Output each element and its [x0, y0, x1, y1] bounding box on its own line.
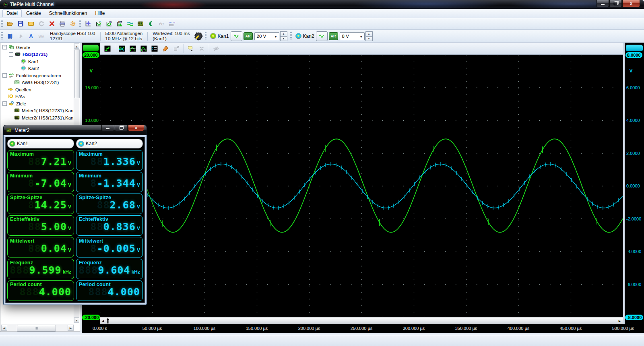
trace-kan2[interactable] [100, 164, 623, 208]
spectrum-view-icon[interactable] [125, 19, 135, 29]
channel-label: Kan2 [86, 141, 97, 146]
time-axis: 0.000 s50.000 µs100.000 µs150.000 µs200.… [82, 324, 644, 333]
open-icon[interactable] [5, 19, 15, 29]
meter-channel-tab-kan1[interactable]: Kan1 [7, 139, 74, 148]
print-icon[interactable] [58, 19, 67, 29]
meter-view-icon[interactable]: 123 [136, 19, 145, 29]
toolbar-grip[interactable] [1, 20, 3, 28]
range-select[interactable]: 8 V▼ [340, 32, 365, 40]
toolbar-grip[interactable] [290, 32, 292, 40]
meter-body: Kan1Kan2 Maximum887.21VMaximum881.336VMi… [3, 135, 147, 305]
scroll-down-icon[interactable]: ▼ [74, 317, 79, 323]
yt-view-icon[interactable]: Yt [94, 19, 103, 29]
scroll-up-icon[interactable]: ▲ [74, 43, 79, 49]
range-select[interactable]: 20 V▼ [254, 32, 279, 40]
axis-max-badge[interactable]: 8.0000 [625, 52, 642, 58]
toolbar-grip[interactable] [1, 32, 3, 40]
scrollbar-thumb[interactable] [74, 49, 80, 98]
tree-item-funktionsgeneratoren[interactable]: −genFunktionsgeneratoren [1, 72, 74, 79]
tree-item-e-as[interactable]: E/As [1, 93, 74, 101]
meter-cell-kan1-mittelwert: Mittelwert880.04V [7, 237, 74, 257]
add-graph-icon[interactable] [83, 19, 93, 29]
expand-collapse-icon[interactable]: − [2, 73, 7, 78]
xy-view-icon[interactable]: XY [104, 19, 114, 29]
channel-group-kan2: Kan2AR8 V▼▲▼ [294, 31, 374, 41]
meter-maximize-button[interactable] [115, 125, 128, 131]
tree-item-meter2-hs3-12731-kan[interactable]: 123Meter2( HS3(12731).Kan [1, 114, 74, 122]
trigger-knob-icon[interactable] [194, 31, 203, 41]
menu-item-hilfe[interactable]: Hilfe [91, 10, 108, 17]
range-up-button[interactable]: ▲ [365, 31, 373, 36]
range-down-button[interactable]: ▼ [280, 36, 287, 41]
tree-item-awg-hs3-12731[interactable]: AWG HS3(12731) [1, 79, 74, 86]
envelope-zero-icon[interactable]: 0 [138, 43, 149, 54]
time-scrollbar[interactable]: ◄ ► [100, 317, 623, 324]
tree-item-ger-te[interactable]: −Geräte [1, 44, 74, 51]
tree-item-kan2[interactable]: Kan2 [1, 65, 74, 72]
tree-item-meter1-hs3-12731-kan[interactable]: 123Meter1( HS3(12731).Kan [1, 107, 74, 115]
envelope-icon[interactable] [128, 43, 138, 54]
scroll-left-icon[interactable]: ◄ [101, 319, 105, 323]
meter-channel-tab-kan2[interactable]: Kan2 [76, 139, 143, 148]
trigger-marker-icon[interactable] [105, 317, 110, 324]
coupling-wave-button[interactable] [231, 31, 242, 41]
tree-item-kan1[interactable]: Kan1 [1, 58, 74, 65]
axis-min-badge[interactable]: -20.000 [82, 315, 100, 320]
trace-kan1[interactable] [100, 139, 623, 232]
meter-titlebar[interactable]: 123 Meter2 x [3, 125, 147, 135]
autoset-icon[interactable]: A [26, 31, 36, 41]
menu-item-datei[interactable]: Datei [2, 9, 22, 17]
tree-item-quellen[interactable]: Quellen [1, 86, 74, 93]
axis-min-badge[interactable]: -8.0000 [625, 315, 643, 320]
maximize-button[interactable] [609, 0, 622, 7]
ghost-digits: 8 [28, 199, 35, 211]
toolbar-grip[interactable] [79, 20, 81, 28]
fft-view-icon[interactable]: FFT [115, 19, 124, 29]
measurement-unit: V [68, 226, 71, 231]
scroll-right-icon[interactable]: ► [618, 319, 621, 323]
meter-cell-kan2-echteffektiv: Echteffektiv880.836V [76, 215, 143, 236]
close-button[interactable]: x [622, 0, 640, 7]
menu-item-geräte[interactable]: Geräte [23, 10, 45, 17]
expand-collapse-icon[interactable]: − [2, 101, 7, 106]
comment-icon[interactable] [186, 43, 196, 54]
tree-item-ziele[interactable]: −Ziele [1, 100, 74, 107]
ghost-digits: 888 [89, 286, 108, 298]
tree-item-label: Quellen [15, 87, 31, 92]
scroll-right-icon[interactable]: ▶ [68, 325, 74, 331]
expand-collapse-icon[interactable]: − [9, 52, 13, 57]
ghost-digits: 888 [20, 286, 39, 298]
menu-item-schnellfunktionen[interactable]: Schnellfunktionen [45, 10, 91, 17]
tree-item-hs3-12731[interactable]: −HS3(12731) [1, 51, 74, 58]
save-icon[interactable] [16, 19, 25, 29]
pause-icon[interactable] [5, 31, 15, 41]
minimize-button[interactable] [597, 0, 609, 7]
settings-icon[interactable] [68, 19, 78, 29]
channels-icon[interactable] [149, 43, 160, 54]
waveforms-icon[interactable] [117, 43, 127, 54]
scroll-left-icon[interactable]: ◀ [1, 325, 7, 331]
crescent-icon[interactable] [146, 19, 156, 29]
tree-item-label: HS3(12731) [23, 52, 47, 57]
email-icon[interactable] [26, 19, 36, 29]
autorange-button[interactable]: AR [244, 32, 253, 40]
range-up-button[interactable]: ▲ [280, 31, 287, 36]
paint-icon[interactable] [160, 43, 171, 54]
autorange-button[interactable]: AR [329, 32, 338, 40]
channel-led-icon[interactable] [210, 33, 216, 39]
meter-minimize-button[interactable] [101, 125, 114, 131]
scrollbar-thumb[interactable] [17, 325, 56, 332]
tree-horizontal-scrollbar[interactable]: ◀ ▶ [1, 324, 74, 331]
range-down-button[interactable]: ▼ [365, 36, 373, 41]
axis-tick-label: -2.0000 [626, 216, 641, 221]
channel-led-icon[interactable] [295, 33, 301, 39]
acquisition-toolbar: AWAHandyscope HS3-100127315000 Abtastung… [0, 30, 644, 43]
step-display-icon[interactable] [102, 43, 113, 54]
delete-icon[interactable] [47, 19, 57, 29]
toolbar-grip[interactable] [205, 32, 206, 40]
meter-close-button[interactable]: x [128, 125, 144, 131]
waveform-plot[interactable] [100, 55, 623, 317]
expand-collapse-icon[interactable]: − [2, 45, 7, 49]
coupling-wave-button[interactable] [316, 31, 328, 41]
axis-max-badge[interactable]: 20.000 [83, 52, 99, 58]
